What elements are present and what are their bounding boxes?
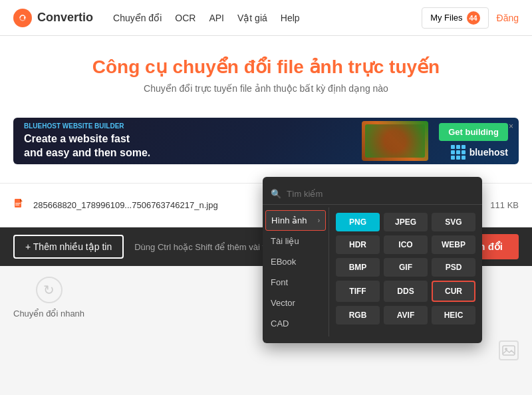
ad-content-right: Get building bluehost bbox=[439, 123, 508, 160]
dropdown-body: Hình ảnh › Tài liệu EBook Font Vector CA… bbox=[263, 207, 482, 336]
format-btn-hdr[interactable]: HDR bbox=[336, 235, 380, 254]
format-btn-jpeg[interactable]: JPEG bbox=[384, 213, 428, 231]
header: Convertio Chuyển đổi OCR API Vật giá Hel… bbox=[0, 0, 532, 36]
ad-logo: bluehost bbox=[451, 145, 508, 160]
search-input[interactable] bbox=[287, 189, 474, 199]
format-btn-heic[interactable]: HEIC bbox=[432, 306, 475, 325]
ad-get-building-button[interactable]: Get building bbox=[439, 123, 508, 141]
format-dropdown-overlay: 🔍 Hình ảnh › Tài liệu EBook Font Vector … bbox=[263, 177, 482, 343]
ad-close-button[interactable]: × bbox=[509, 122, 513, 131]
svg-marker-3 bbox=[20, 199, 23, 201]
format-btn-svg[interactable]: SVG bbox=[432, 213, 475, 231]
hero-subtitle: Chuyển đổi trực tuyến file ảnh thuộc bất… bbox=[13, 83, 519, 94]
file-size: 111 KB bbox=[490, 200, 519, 210]
logo-text: Convertio bbox=[37, 11, 93, 25]
format-btn-tiff[interactable]: TIFF bbox=[336, 281, 380, 302]
category-vector[interactable]: Vector bbox=[263, 293, 329, 313]
category-cad[interactable]: CAD bbox=[263, 313, 329, 334]
category-ebook[interactable]: EBook bbox=[263, 251, 329, 272]
ad-logo-grid bbox=[451, 145, 466, 160]
ad-food-image bbox=[362, 121, 428, 161]
nav-ocr[interactable]: OCR bbox=[175, 13, 196, 23]
hero-title: Công cụ chuyển đổi file ảnh trực tuyến bbox=[13, 56, 519, 78]
logo[interactable]: Convertio bbox=[13, 9, 93, 27]
format-btn-dds[interactable]: DDS bbox=[384, 281, 428, 302]
nav-convert[interactable]: Chuyển đổi bbox=[113, 13, 162, 23]
category-images[interactable]: Hình ảnh › bbox=[265, 210, 326, 231]
format-btn-webp[interactable]: WEBP bbox=[432, 235, 475, 254]
refresh-icon: ↻ bbox=[36, 277, 63, 303]
login-button[interactable]: Đăng bbox=[497, 13, 519, 23]
ad-banner: BLUEHOST WEBSITE BUILDER Create a websit… bbox=[13, 118, 519, 164]
svg-rect-6 bbox=[503, 346, 515, 355]
ad-content-left: BLUEHOST WEBSITE BUILDER Create a websit… bbox=[24, 122, 351, 160]
format-btn-avif[interactable]: AVIF bbox=[384, 306, 428, 325]
format-btn-gif[interactable]: GIF bbox=[384, 258, 428, 277]
header-left: Convertio Chuyển đổi OCR API Vật giá Hel… bbox=[13, 9, 300, 27]
file-icon bbox=[13, 198, 25, 213]
quick-convert-label: Chuyển đổi nhanh bbox=[13, 309, 84, 319]
hero-section: Công cụ chuyển đổi file ảnh trực tuyến C… bbox=[0, 36, 532, 107]
format-btn-bmp[interactable]: BMP bbox=[336, 258, 380, 277]
format-btn-psd[interactable]: PSD bbox=[432, 258, 475, 277]
my-files-label: My Files bbox=[430, 13, 462, 23]
format-btn-rgb[interactable]: RGB bbox=[336, 306, 380, 325]
main-nav: Chuyển đổi OCR API Vật giá Help bbox=[113, 13, 300, 23]
dropdown-formats-grid: PNGJPEGSVGHDRICOWEBPBMPGIFPSDTIFFDDSCURR… bbox=[329, 207, 482, 336]
right-image-icon bbox=[499, 340, 519, 360]
format-btn-cur[interactable]: CUR bbox=[432, 281, 475, 302]
nav-help[interactable]: Help bbox=[281, 13, 300, 23]
quick-convert: ↻ Chuyển đổi nhanh bbox=[13, 277, 84, 319]
dropdown-search-area: 🔍 bbox=[263, 184, 482, 205]
category-font[interactable]: Font bbox=[263, 272, 329, 293]
ad-logo-text: bluehost bbox=[469, 147, 508, 158]
svg-rect-4 bbox=[15, 203, 21, 204]
nav-api[interactable]: API bbox=[209, 13, 224, 23]
nav-pricing[interactable]: Vật giá bbox=[237, 13, 267, 23]
logo-icon bbox=[13, 9, 32, 27]
ad-top-label: BLUEHOST WEBSITE BUILDER bbox=[24, 122, 351, 130]
add-files-button[interactable]: + Thêm nhiều tập tin bbox=[13, 235, 124, 259]
format-btn-ico[interactable]: ICO bbox=[384, 235, 428, 254]
dropdown-categories: Hình ảnh › Tài liệu EBook Font Vector CA… bbox=[263, 207, 329, 336]
svg-point-0 bbox=[17, 13, 28, 23]
search-icon: 🔍 bbox=[271, 189, 281, 199]
my-files-button[interactable]: My Files 44 bbox=[422, 7, 488, 29]
cat-arrow-icon: › bbox=[318, 217, 320, 224]
svg-rect-5 bbox=[15, 204, 19, 205]
files-count-badge: 44 bbox=[467, 11, 480, 25]
format-btn-png[interactable]: PNG bbox=[336, 213, 380, 231]
ad-main-text: Create a website fast and easy and then … bbox=[24, 132, 351, 160]
header-right: My Files 44 Đăng bbox=[422, 7, 519, 29]
category-documents[interactable]: Tài liệu bbox=[263, 231, 329, 251]
